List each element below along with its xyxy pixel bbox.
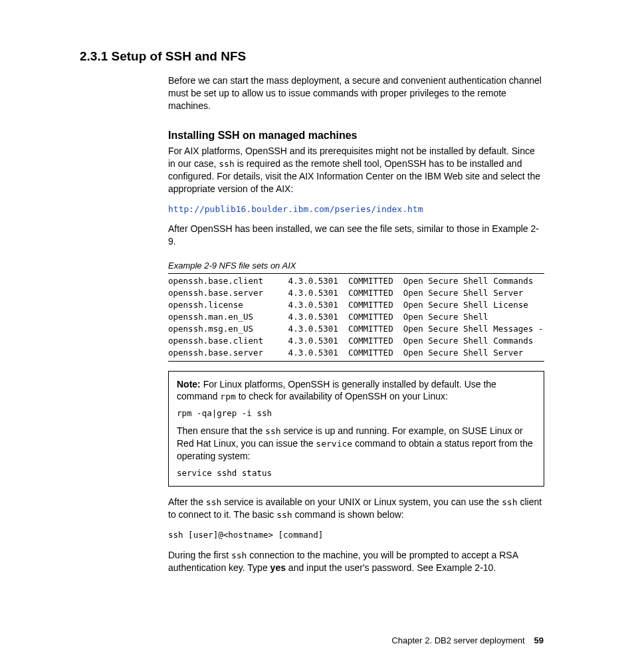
section-heading: 2.3.1 Setup of SSH and NFS — [80, 48, 246, 65]
text: Then ensure that the — [177, 425, 265, 436]
page: 2.3.1 Setup of SSH and NFS Before we can… — [0, 0, 634, 672]
text: and input the user's password. See Examp… — [286, 562, 496, 573]
page-footer: Chapter 2. DB2 server deployment59 — [391, 635, 544, 647]
note-label: Note: — [177, 379, 201, 390]
code-rpm-check: rpm -qa|grep -i ssh — [177, 408, 536, 419]
page-number: 59 — [534, 635, 544, 645]
code-ssh-usage: ssh [user]@<hostname> [command] — [168, 529, 544, 541]
text: to check for availability of OpenSSH on … — [236, 391, 448, 401]
inline-code-ssh: ssh — [231, 550, 247, 560]
inline-code-ssh: ssh — [276, 510, 292, 520]
bold-yes: yes — [270, 562, 286, 573]
inline-code-rpm: rpm — [220, 392, 235, 401]
example-caption: Example 2-9 NFS file sets on AIX — [168, 260, 544, 272]
note-box: Note: For Linux platforms, OpenSSH is ge… — [168, 371, 544, 487]
paragraph-rsa: During the first ssh connection to the m… — [168, 549, 544, 574]
code-filesets: openssh.base.client 4.3.0.5301 COMMITTED… — [168, 275, 544, 360]
paragraph-after-install: After OpenSSH has been installed, we can… — [168, 223, 544, 248]
text: During the first — [168, 550, 231, 560]
text: service is available on your UNIX or Lin… — [221, 497, 502, 507]
paragraph-after-note: After the ssh service is available on yo… — [168, 496, 544, 521]
note-paragraph-1: Note: For Linux platforms, OpenSSH is ge… — [177, 378, 536, 403]
paragraph-aix: For AIX platforms, OpenSSH and its prere… — [168, 145, 544, 195]
inline-code-ssh: ssh — [206, 497, 221, 507]
subheading-install-ssh: Installing SSH on managed machines — [168, 128, 544, 143]
text: command is shown below: — [292, 509, 404, 520]
code-service-status: service sshd status — [177, 468, 536, 479]
note-paragraph-2: Then ensure that the ssh service is up a… — [177, 425, 536, 463]
inline-code-ssh: ssh — [502, 497, 517, 507]
inline-code-service: service — [316, 439, 352, 449]
inline-code-ssh: ssh — [219, 159, 234, 169]
text: After the — [168, 497, 206, 507]
footer-chapter: Chapter 2. DB2 server deployment — [391, 635, 524, 645]
intro-paragraph: Before we can start the mass deployment,… — [168, 74, 544, 112]
inline-code-ssh: ssh — [265, 426, 280, 436]
rule-top — [168, 273, 544, 274]
rule-bottom — [168, 361, 544, 362]
link-aix-infocenter[interactable]: http://publib16.boulder.ibm.com/pseries/… — [168, 203, 544, 215]
